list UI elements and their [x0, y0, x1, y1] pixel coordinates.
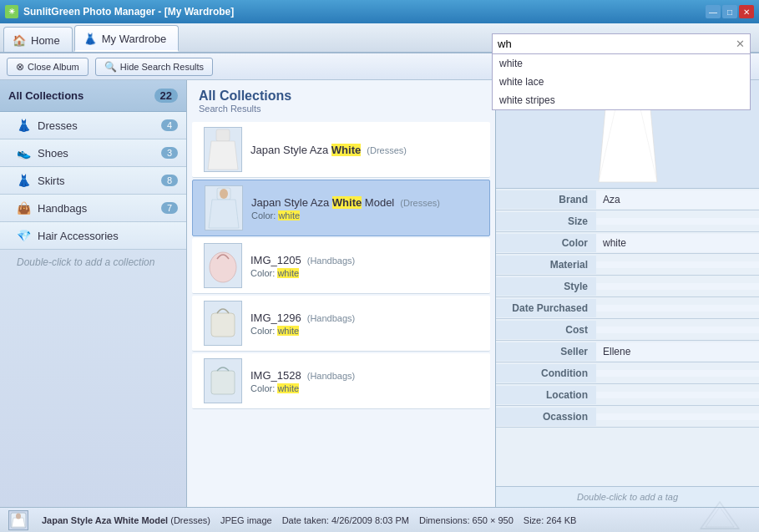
app-title: SunlitGreen Photo Manager - [My Wardrobe… — [23, 6, 234, 18]
detail-seller: Seller Ellene — [496, 341, 759, 362]
sidebar: All Collections 22 👗 Dresses 4 👟 Shoes 3… — [0, 80, 187, 507]
item3-color-highlight: white — [277, 268, 299, 278]
sidebar-add-collection[interactable]: Double-click to add a collection — [0, 250, 186, 275]
list-item[interactable]: IMG_1528 (Handbags) Color: white — [192, 353, 490, 409]
list-item-color-2: Color: white — [251, 210, 478, 220]
brand-value: Aza — [596, 190, 759, 209]
status-info: Japan Style Aza White Model (Dresses) JP… — [42, 515, 576, 525]
size-value — [596, 218, 759, 225]
svg-marker-16 — [701, 502, 739, 529]
list-item[interactable]: IMG_1296 (Handbags) Color: white — [192, 296, 490, 352]
skirts-label: Skirts — [38, 175, 65, 187]
item4-name: IMG_1296 — [250, 312, 301, 324]
status-item-name: Japan Style Aza White Model (Dresses) — [42, 515, 210, 525]
tab-wardrobe-label: My Wardrobe — [102, 33, 167, 45]
svg-marker-10 — [599, 109, 657, 182]
sidebar-item-skirts-left: 👗 Skirts — [17, 174, 65, 187]
maximize-button[interactable]: □ — [722, 5, 737, 18]
status-dimensions: Dimensions: 650 × 950 — [419, 515, 514, 525]
item4-cat: (Handbags) — [305, 313, 356, 323]
status-size: Size: 264 KB — [524, 515, 577, 525]
detail-brand: Brand Aza — [496, 189, 759, 210]
sidebar-item-shoes[interactable]: 👟 Shoes 3 — [0, 139, 186, 167]
item3-cat: (Handbags) — [305, 256, 356, 266]
shoes-count: 3 — [161, 147, 178, 159]
tab-wardrobe[interactable]: 👗 My Wardrobe — [74, 25, 180, 52]
search-dropdown: white white lace white stripes — [492, 53, 751, 110]
list-thumb-4 — [204, 301, 242, 346]
hide-search-icon: 🔍 — [104, 61, 117, 73]
detail-color: Color white — [496, 232, 759, 254]
search-overlay: ✕ white white lace white stripes — [492, 33, 751, 110]
sidebar-item-skirts[interactable]: 👗 Skirts 8 — [0, 167, 186, 195]
material-value — [596, 261, 759, 268]
hide-search-button[interactable]: 🔍 Hide Search Results — [95, 58, 213, 76]
sidebar-item-dresses-left: 👗 Dresses — [17, 119, 78, 132]
condition-value — [596, 370, 759, 377]
sidebar-item-handbags-left: 👜 Handbags — [17, 201, 87, 215]
sidebar-all-collections[interactable]: All Collections 22 — [0, 80, 186, 112]
content-area: All Collections Search Results Japan Sty… — [187, 80, 495, 507]
list-item-info-3: IMG_1205 (Handbags) Color: white — [250, 254, 478, 278]
svg-marker-3 — [209, 200, 239, 228]
detail-location: Location — [496, 384, 759, 406]
hide-search-label: Hide Search Results — [120, 62, 204, 72]
item2-name-suf: Model — [362, 196, 394, 209]
list-item[interactable]: Japan Style Aza White Model (Dresses) Co… — [192, 180, 490, 236]
minimize-button[interactable]: — — [706, 5, 721, 18]
handbags-count: 7 — [161, 202, 178, 214]
search-suggestion-white-lace[interactable]: white lace — [493, 73, 750, 91]
tab-home[interactable]: 🏠 Home — [3, 27, 73, 52]
color-value: white — [596, 234, 759, 252]
date-purchased-value — [596, 305, 759, 312]
sidebar-item-hair[interactable]: 💎 Hair Accessories — [0, 222, 186, 250]
cost-value — [596, 327, 759, 333]
bag-thumbnail-4 — [205, 301, 241, 345]
bag-thumbnail-3 — [205, 244, 241, 287]
list-item-name-2: Japan Style Aza White Model (Dresses) — [251, 196, 478, 209]
list-item-info-1: Japan Style Aza White (Dresses) — [250, 144, 478, 156]
search-suggestion-white-stripes[interactable]: white stripes — [493, 91, 750, 109]
dresses-icon: 👗 — [17, 119, 31, 132]
detail-size: Size — [496, 210, 759, 232]
title-bar-left: ☀ SunlitGreen Photo Manager - [My Wardro… — [5, 5, 234, 18]
list-item[interactable]: Japan Style Aza White (Dresses) — [192, 122, 490, 178]
list-item-name-5: IMG_1528 (Handbags) — [250, 369, 478, 382]
detail-ocassion: Ocassion — [496, 406, 759, 428]
app-icon: ☀ — [5, 5, 18, 18]
item2-cat: (Dresses) — [397, 198, 440, 208]
item2-name-pre: Japan Style Aza — [251, 196, 332, 209]
cost-label: Cost — [496, 321, 596, 339]
item5-color-highlight: white — [277, 383, 299, 393]
search-input[interactable] — [493, 34, 731, 53]
skirts-icon: 👗 — [17, 174, 31, 187]
seller-value: Ellene — [596, 342, 759, 361]
content-subtitle: Search Results — [199, 104, 483, 114]
detail-cost: Cost — [496, 319, 759, 341]
search-clear-button[interactable]: ✕ — [731, 34, 750, 53]
title-bar-controls: — □ ✕ — [706, 5, 754, 18]
close-album-button[interactable]: ⊗ Close Album — [7, 58, 89, 76]
skirts-count: 8 — [161, 175, 178, 186]
sidebar-item-hair-left: 💎 Hair Accessories — [17, 229, 119, 242]
dress-thumbnail-2 — [205, 186, 242, 230]
sidebar-item-dresses[interactable]: 👗 Dresses 4 — [0, 112, 186, 139]
list-item[interactable]: IMG_1205 (Handbags) Color: white — [192, 238, 490, 294]
instalu-logo-svg — [699, 500, 741, 530]
search-suggestion-white[interactable]: white — [493, 54, 750, 73]
detail-material: Material — [496, 254, 759, 276]
right-panel: Brand Aza Size Color white Material Styl… — [495, 80, 759, 507]
hair-label: Hair Accessories — [38, 230, 119, 242]
date-purchased-label: Date Purchased — [496, 299, 596, 317]
status-type: JPEG image — [220, 515, 272, 525]
brand-label: Brand — [496, 190, 596, 209]
svg-point-15 — [16, 513, 21, 519]
all-collections-label: All Collections — [8, 89, 83, 102]
condition-label: Condition — [496, 364, 596, 383]
sidebar-item-handbags[interactable]: 👜 Handbags 7 — [0, 195, 186, 222]
close-button[interactable]: ✕ — [739, 5, 754, 18]
list-item-name-1: Japan Style Aza White (Dresses) — [250, 144, 478, 156]
shoes-icon: 👟 — [17, 146, 31, 160]
material-label: Material — [496, 256, 596, 274]
all-collections-count: 22 — [154, 89, 178, 103]
